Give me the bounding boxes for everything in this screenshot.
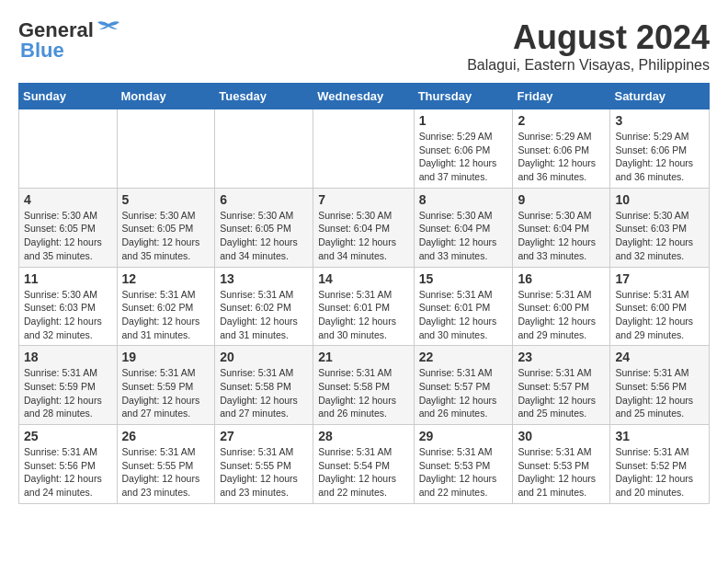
- day-number: 15: [419, 271, 508, 286]
- day-number: 13: [220, 271, 308, 286]
- calendar-week-row: 25Sunrise: 5:31 AM Sunset: 5:56 PM Dayli…: [19, 425, 710, 504]
- calendar-cell: [215, 109, 313, 189]
- day-number: 16: [518, 271, 605, 286]
- day-info: Sunrise: 5:29 AM Sunset: 6:06 PM Dayligh…: [419, 130, 508, 184]
- day-number: 14: [318, 271, 408, 286]
- day-info: Sunrise: 5:31 AM Sunset: 5:56 PM Dayligh…: [24, 445, 112, 500]
- weekday-header-tuesday: Tuesday: [215, 84, 313, 109]
- calendar-cell: 26Sunrise: 5:31 AM Sunset: 5:55 PM Dayli…: [117, 425, 215, 504]
- calendar-cell: 30Sunrise: 5:31 AM Sunset: 5:53 PM Dayli…: [513, 425, 610, 504]
- weekday-header-row: SundayMondayTuesdayWednesdayThursdayFrid…: [19, 84, 710, 109]
- day-number: 10: [615, 192, 704, 207]
- calendar-cell: 1Sunrise: 5:29 AM Sunset: 6:06 PM Daylig…: [414, 109, 513, 189]
- logo: General Blue: [18, 18, 121, 63]
- day-info: Sunrise: 5:31 AM Sunset: 5:57 PM Dayligh…: [419, 366, 508, 420]
- day-info: Sunrise: 5:31 AM Sunset: 5:59 PM Dayligh…: [24, 366, 112, 420]
- calendar-cell: 23Sunrise: 5:31 AM Sunset: 5:57 PM Dayli…: [513, 346, 610, 425]
- weekday-header-saturday: Saturday: [610, 84, 710, 109]
- weekday-header-sunday: Sunday: [19, 84, 118, 109]
- day-info: Sunrise: 5:29 AM Sunset: 6:06 PM Dayligh…: [615, 130, 704, 184]
- calendar-week-row: 1Sunrise: 5:29 AM Sunset: 6:06 PM Daylig…: [19, 109, 710, 189]
- day-number: 1: [419, 113, 508, 128]
- day-number: 2: [518, 113, 605, 128]
- day-info: Sunrise: 5:31 AM Sunset: 5:58 PM Dayligh…: [220, 366, 308, 420]
- day-number: 20: [220, 350, 308, 364]
- day-number: 21: [318, 350, 408, 364]
- calendar-cell: 12Sunrise: 5:31 AM Sunset: 6:02 PM Dayli…: [117, 267, 215, 346]
- calendar-cell: 19Sunrise: 5:31 AM Sunset: 5:59 PM Dayli…: [117, 346, 215, 425]
- day-number: 12: [122, 271, 210, 286]
- day-info: Sunrise: 5:31 AM Sunset: 5:52 PM Dayligh…: [615, 445, 704, 500]
- logo-text-blue: Blue: [20, 39, 64, 63]
- day-info: Sunrise: 5:31 AM Sunset: 5:53 PM Dayligh…: [518, 445, 605, 500]
- calendar-cell: 21Sunrise: 5:31 AM Sunset: 5:58 PM Dayli…: [313, 346, 414, 425]
- day-number: 9: [518, 192, 605, 207]
- calendar-cell: 11Sunrise: 5:30 AM Sunset: 6:03 PM Dayli…: [19, 267, 118, 346]
- calendar-cell: 3Sunrise: 5:29 AM Sunset: 6:06 PM Daylig…: [610, 109, 710, 189]
- calendar-cell: [117, 109, 215, 189]
- calendar-cell: 24Sunrise: 5:31 AM Sunset: 5:56 PM Dayli…: [610, 346, 710, 425]
- day-number: 17: [615, 271, 704, 286]
- calendar-cell: 20Sunrise: 5:31 AM Sunset: 5:58 PM Dayli…: [215, 346, 313, 425]
- day-info: Sunrise: 5:30 AM Sunset: 6:05 PM Dayligh…: [24, 209, 112, 263]
- day-number: 28: [318, 429, 408, 443]
- day-info: Sunrise: 5:31 AM Sunset: 5:53 PM Dayligh…: [419, 445, 508, 500]
- calendar-week-row: 11Sunrise: 5:30 AM Sunset: 6:03 PM Dayli…: [19, 267, 710, 346]
- day-number: 30: [518, 429, 605, 443]
- calendar-cell: 16Sunrise: 5:31 AM Sunset: 6:00 PM Dayli…: [513, 267, 610, 346]
- day-info: Sunrise: 5:31 AM Sunset: 5:58 PM Dayligh…: [318, 366, 408, 420]
- calendar-cell: 18Sunrise: 5:31 AM Sunset: 5:59 PM Dayli…: [19, 346, 118, 425]
- calendar-week-row: 4Sunrise: 5:30 AM Sunset: 6:05 PM Daylig…: [19, 188, 710, 267]
- logo-bird-icon: [96, 20, 121, 40]
- page-title: August 2024: [467, 18, 710, 57]
- day-info: Sunrise: 5:31 AM Sunset: 5:55 PM Dayligh…: [122, 445, 210, 500]
- page-subtitle: Balagui, Eastern Visayas, Philippines: [467, 57, 710, 74]
- day-number: 4: [24, 192, 112, 207]
- day-info: Sunrise: 5:29 AM Sunset: 6:06 PM Dayligh…: [518, 130, 605, 184]
- calendar-cell: 27Sunrise: 5:31 AM Sunset: 5:55 PM Dayli…: [215, 425, 313, 504]
- calendar-cell: [19, 109, 118, 189]
- day-info: Sunrise: 5:30 AM Sunset: 6:05 PM Dayligh…: [220, 209, 308, 263]
- calendar-table: SundayMondayTuesdayWednesdayThursdayFrid…: [18, 83, 710, 504]
- day-info: Sunrise: 5:31 AM Sunset: 6:00 PM Dayligh…: [518, 288, 605, 342]
- weekday-header-wednesday: Wednesday: [313, 84, 414, 109]
- day-info: Sunrise: 5:31 AM Sunset: 5:54 PM Dayligh…: [318, 445, 408, 500]
- weekday-header-thursday: Thursday: [414, 84, 513, 109]
- day-info: Sunrise: 5:31 AM Sunset: 6:01 PM Dayligh…: [419, 288, 508, 342]
- day-number: 18: [24, 350, 112, 364]
- calendar-cell: 2Sunrise: 5:29 AM Sunset: 6:06 PM Daylig…: [513, 109, 610, 189]
- day-info: Sunrise: 5:31 AM Sunset: 5:57 PM Dayligh…: [518, 366, 605, 420]
- calendar-cell: 4Sunrise: 5:30 AM Sunset: 6:05 PM Daylig…: [19, 188, 118, 267]
- weekday-header-friday: Friday: [513, 84, 610, 109]
- day-number: 27: [220, 429, 308, 443]
- title-block: August 2024 Balagui, Eastern Visayas, Ph…: [467, 18, 710, 74]
- calendar-cell: 8Sunrise: 5:30 AM Sunset: 6:04 PM Daylig…: [414, 188, 513, 267]
- day-number: 23: [518, 350, 605, 364]
- day-info: Sunrise: 5:31 AM Sunset: 5:59 PM Dayligh…: [122, 366, 210, 420]
- day-info: Sunrise: 5:30 AM Sunset: 6:04 PM Dayligh…: [318, 209, 408, 263]
- calendar-cell: 22Sunrise: 5:31 AM Sunset: 5:57 PM Dayli…: [414, 346, 513, 425]
- day-number: 5: [122, 192, 210, 207]
- calendar-cell: 15Sunrise: 5:31 AM Sunset: 6:01 PM Dayli…: [414, 267, 513, 346]
- calendar-week-row: 18Sunrise: 5:31 AM Sunset: 5:59 PM Dayli…: [19, 346, 710, 425]
- day-number: 25: [24, 429, 112, 443]
- weekday-header-monday: Monday: [117, 84, 215, 109]
- calendar-cell: 29Sunrise: 5:31 AM Sunset: 5:53 PM Dayli…: [414, 425, 513, 504]
- calendar-cell: 17Sunrise: 5:31 AM Sunset: 6:00 PM Dayli…: [610, 267, 710, 346]
- day-info: Sunrise: 5:30 AM Sunset: 6:03 PM Dayligh…: [24, 288, 112, 342]
- day-info: Sunrise: 5:31 AM Sunset: 6:01 PM Dayligh…: [318, 288, 408, 342]
- calendar-cell: 7Sunrise: 5:30 AM Sunset: 6:04 PM Daylig…: [313, 188, 414, 267]
- calendar-cell: 31Sunrise: 5:31 AM Sunset: 5:52 PM Dayli…: [610, 425, 710, 504]
- calendar-cell: 10Sunrise: 5:30 AM Sunset: 6:03 PM Dayli…: [610, 188, 710, 267]
- day-number: 11: [24, 271, 112, 286]
- day-info: Sunrise: 5:30 AM Sunset: 6:04 PM Dayligh…: [518, 209, 605, 263]
- day-number: 22: [419, 350, 508, 364]
- day-info: Sunrise: 5:30 AM Sunset: 6:04 PM Dayligh…: [419, 209, 508, 263]
- day-info: Sunrise: 5:30 AM Sunset: 6:03 PM Dayligh…: [615, 209, 704, 263]
- day-info: Sunrise: 5:31 AM Sunset: 5:55 PM Dayligh…: [220, 445, 308, 500]
- calendar-cell: 28Sunrise: 5:31 AM Sunset: 5:54 PM Dayli…: [313, 425, 414, 504]
- calendar-cell: 9Sunrise: 5:30 AM Sunset: 6:04 PM Daylig…: [513, 188, 610, 267]
- calendar-cell: 6Sunrise: 5:30 AM Sunset: 6:05 PM Daylig…: [215, 188, 313, 267]
- calendar-cell: 13Sunrise: 5:31 AM Sunset: 6:02 PM Dayli…: [215, 267, 313, 346]
- day-number: 26: [122, 429, 210, 443]
